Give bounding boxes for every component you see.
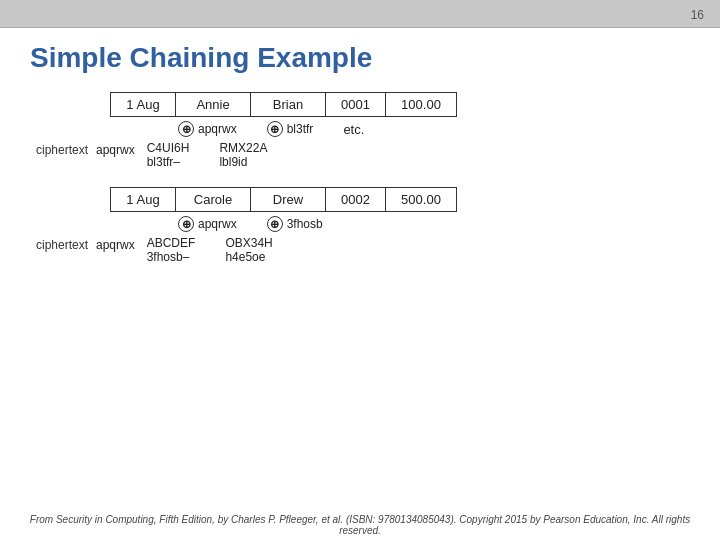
xor-icon-1b: ⊕ <box>267 121 283 137</box>
cipher-col2-2: OBX34H h4e5oe <box>225 236 272 264</box>
ciphertext-label-2: ciphertext <box>30 238 88 252</box>
cell-name1-2: Carole <box>176 188 251 211</box>
cell-name1-1: Annie <box>176 93 251 116</box>
cipher-col2-1: RMX22A lbl9id <box>219 141 267 169</box>
cell-amount-1: 100.00 <box>386 93 456 116</box>
xor-val-2b: 3fhosb <box>287 217 323 231</box>
record-row-1: 1 Aug Annie Brian 0001 100.00 <box>110 92 457 117</box>
cipher-col1-2: ABCDEF 3fhosb– <box>147 236 196 264</box>
cell-date-1: 1 Aug <box>111 93 176 116</box>
xor-icon-2a: ⊕ <box>178 216 194 232</box>
cell-amount-2: 500.00 <box>386 188 456 211</box>
cell-name2-1: Brian <box>251 93 326 116</box>
header-bar: 16 <box>0 0 720 28</box>
xor-val-1a: apqrwx <box>198 122 237 136</box>
example-1: 1 Aug Annie Brian 0001 100.00 ⊕ apqrwx ⊕… <box>30 92 690 169</box>
example-2: 1 Aug Carole Drew 0002 500.00 ⊕ apqrwx ⊕… <box>30 187 690 264</box>
cell-name2-2: Drew <box>251 188 326 211</box>
footer: From Security in Computing, Fifth Editio… <box>0 514 720 536</box>
page-number: 16 <box>691 8 704 22</box>
etc-label-1: etc. <box>343 122 364 137</box>
apqrwx-value-1: apqrwx <box>96 143 135 157</box>
cell-id-2: 0002 <box>326 188 386 211</box>
record-row-2: 1 Aug Carole Drew 0002 500.00 <box>110 187 457 212</box>
ciphertext-label-1: ciphertext <box>30 143 88 157</box>
xor-val-1b: bl3tfr <box>287 122 314 136</box>
content-area: Simple Chaining Example 1 Aug Annie Bria… <box>0 28 720 516</box>
apqrwx-value-2: apqrwx <box>96 238 135 252</box>
xor-icon-2b: ⊕ <box>267 216 283 232</box>
cell-id-1: 0001 <box>326 93 386 116</box>
slide-title: Simple Chaining Example <box>30 42 690 74</box>
footer-text: From Security in Computing, Fifth Editio… <box>30 514 690 536</box>
cell-date-2: 1 Aug <box>111 188 176 211</box>
xor-val-2a: apqrwx <box>198 217 237 231</box>
xor-icon-1a: ⊕ <box>178 121 194 137</box>
cipher-col1-1: C4UI6H bl3tfr– <box>147 141 190 169</box>
